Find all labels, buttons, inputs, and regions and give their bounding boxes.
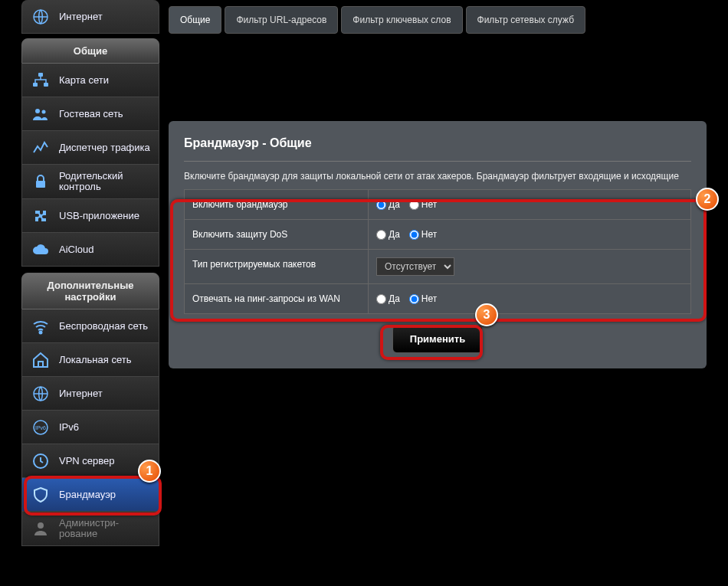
sidebar-label: Карта сети: [59, 75, 109, 86]
setting-row-logged-packets: Тип регистрируемых пакетов Отсутствует: [185, 249, 690, 283]
radio-input[interactable]: [376, 200, 386, 210]
sidebar-label: AiCloud: [59, 244, 94, 255]
sidebar-item-parental-control[interactable]: Родительский контроль: [21, 165, 159, 199]
sidebar-header-advanced: Дополнительные настройки: [21, 273, 159, 309]
users-icon: [30, 105, 51, 123]
setting-value: Да Нет: [369, 284, 690, 313]
radio-no[interactable]: Нет: [409, 229, 437, 240]
radio-no[interactable]: Нет: [409, 293, 437, 304]
shield-icon: [30, 486, 51, 504]
admin-icon: [30, 519, 51, 538]
sidebar-item-traffic-manager[interactable]: Диспетчер трафика: [21, 131, 159, 165]
sidebar-label: Диспетчер трафика: [59, 142, 150, 153]
tab-service-filter[interactable]: Фильтр сетевых служб: [466, 6, 585, 34]
ipv6-icon: IPv6: [30, 418, 51, 437]
radio-yes[interactable]: Да: [376, 293, 400, 304]
svg-point-7: [40, 331, 42, 333]
tabs: Общие Фильтр URL-адресов Фильтр ключевых…: [169, 0, 707, 37]
sidebar-label: IPv6: [59, 422, 79, 433]
sidebar-label: USB-приложение: [59, 211, 139, 221]
sidebar-label: Интернет: [59, 388, 103, 399]
setting-row-dos-protection: Включить защиту DoS Да Нет: [185, 219, 690, 249]
radio-input[interactable]: [409, 294, 419, 304]
panel-description: Включите брандмауэр для защиты локальной…: [184, 171, 691, 182]
settings-panel: Брандмауэр - Общие Включите брандмауэр д…: [169, 121, 707, 368]
logged-packets-select[interactable]: Отсутствует: [376, 257, 454, 276]
main-content: Общие Фильтр URL-адресов Фильтр ключевых…: [159, 0, 707, 546]
tab-keyword-filter[interactable]: Фильтр ключевых слов: [341, 6, 462, 34]
setting-value: Да Нет: [369, 220, 690, 249]
globe-icon: [30, 8, 51, 26]
tab-general[interactable]: Общие: [169, 6, 221, 34]
svg-rect-3: [44, 83, 48, 87]
sidebar-item-aicloud[interactable]: AiCloud: [21, 233, 159, 267]
sidebar-item-firewall[interactable]: Брандмауэр: [21, 478, 159, 512]
sidebar-label: Локальная сеть: [59, 355, 131, 365]
sidebar-item-internet-top[interactable]: Интернет: [21, 0, 159, 34]
globe-icon: [30, 385, 51, 403]
sidebar-item-network-map[interactable]: Карта сети: [21, 64, 159, 97]
cloud-icon: [30, 241, 51, 259]
radio-input[interactable]: [409, 200, 419, 210]
radio-no[interactable]: Нет: [409, 199, 437, 210]
svg-point-5: [42, 110, 46, 113]
sidebar-item-lan[interactable]: Локальная сеть: [21, 343, 159, 377]
svg-rect-6: [36, 181, 45, 188]
svg-rect-2: [33, 83, 38, 87]
sidebar-label: Администри-рование: [59, 518, 151, 539]
sidebar-item-admin[interactable]: Администри-рование: [21, 512, 159, 546]
setting-label: Отвечать на пинг-запросы из WAN: [185, 284, 369, 313]
sidebar-item-ipv6[interactable]: IPv6 IPv6: [21, 411, 159, 444]
sidebar-label: Родительский контроль: [59, 171, 151, 192]
settings-table: Включить брандмауэр Да Нет Включить защи…: [184, 189, 691, 314]
lock-icon: [30, 172, 51, 191]
svg-point-4: [35, 109, 40, 113]
network-icon: [30, 71, 51, 90]
radio-input[interactable]: [409, 230, 419, 240]
radio-yes[interactable]: Да: [376, 229, 400, 240]
svg-text:IPv6: IPv6: [35, 425, 46, 430]
setting-value: Да Нет: [369, 190, 690, 219]
sidebar-item-wan[interactable]: Интернет: [21, 377, 159, 411]
sidebar-item-guest-network[interactable]: Гостевая сеть: [21, 97, 159, 131]
home-icon: [30, 351, 51, 369]
setting-label: Включить защиту DoS: [185, 220, 369, 249]
vpn-icon: [30, 452, 51, 470]
sidebar-header-general: Общие: [21, 38, 159, 64]
setting-row-wan-ping: Отвечать на пинг-запросы из WAN Да Нет: [185, 283, 690, 313]
sidebar-label: Интернет: [59, 11, 103, 22]
tab-url-filter[interactable]: Фильтр URL-адресов: [225, 6, 338, 34]
svg-point-12: [38, 522, 44, 529]
wifi-icon: [30, 317, 51, 336]
svg-rect-1: [38, 73, 43, 77]
setting-label: Тип регистрируемых пакетов: [185, 250, 369, 283]
radio-input[interactable]: [376, 230, 386, 240]
sidebar-label: Беспроводная сеть: [59, 321, 148, 332]
panel-title: Брандмауэр - Общие: [184, 136, 691, 162]
sidebar-label: Гостевая сеть: [59, 109, 123, 119]
setting-row-enable-firewall: Включить брандмауэр Да Нет: [185, 190, 690, 219]
puzzle-icon: [30, 207, 51, 225]
sidebar-item-wireless[interactable]: Беспроводная сеть: [21, 309, 159, 343]
apply-button[interactable]: Применить: [392, 325, 483, 353]
sidebar-item-usb-app[interactable]: USB-приложение: [21, 199, 159, 233]
sidebar-label: VPN сервер: [59, 456, 115, 467]
sidebar: Интернет Общие Карта сети Гостевая сеть …: [21, 0, 159, 546]
callout-number-3: 3: [475, 303, 498, 326]
callout-number-2: 2: [696, 188, 719, 211]
callout-number-1: 1: [138, 460, 161, 483]
chart-icon: [30, 139, 51, 157]
sidebar-label: Брандмауэр: [59, 489, 116, 500]
setting-value: Отсутствует: [369, 250, 690, 283]
radio-yes[interactable]: Да: [376, 199, 400, 210]
setting-label: Включить брандмауэр: [185, 190, 369, 219]
radio-input[interactable]: [376, 294, 386, 304]
